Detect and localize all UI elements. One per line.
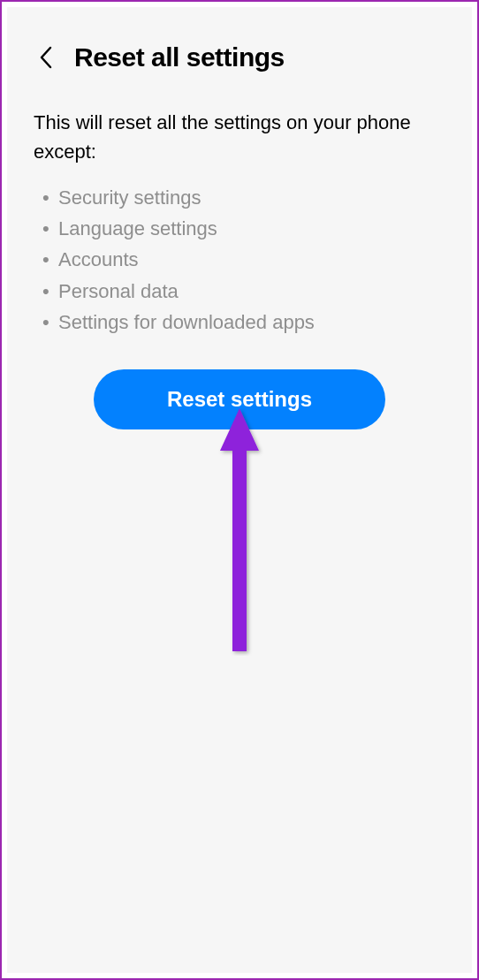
chevron-left-icon	[39, 46, 53, 69]
page-title: Reset all settings	[74, 42, 285, 72]
back-button[interactable]	[34, 45, 58, 70]
header: Reset all settings	[34, 42, 445, 72]
list-item: Settings for downloaded apps	[58, 307, 445, 338]
list-item: Accounts	[58, 244, 445, 275]
description-text: This will reset all the settings on your…	[34, 108, 445, 166]
button-container: Reset settings	[34, 369, 445, 429]
list-item: Security settings	[58, 182, 445, 213]
annotation-arrow-icon	[213, 408, 266, 656]
reset-settings-button[interactable]: Reset settings	[94, 369, 385, 429]
list-item: Personal data	[58, 276, 445, 307]
list-item: Language settings	[58, 213, 445, 244]
exceptions-list: Security settings Language settings Acco…	[34, 182, 445, 338]
